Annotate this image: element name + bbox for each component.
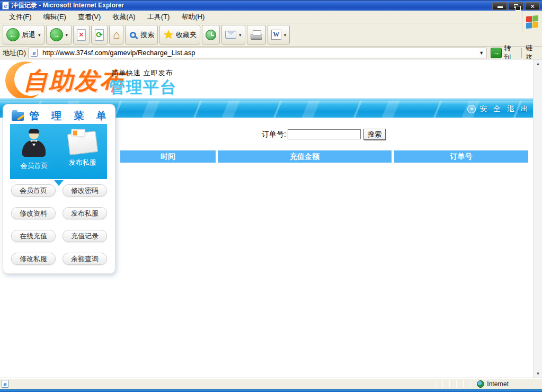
menu-tools[interactable]: 工具(T) [141, 11, 176, 23]
back-icon: ← [6, 28, 20, 41]
sidebar-title: 管 理 菜 单 [3, 104, 115, 123]
address-bar: 地址(D) e http://www.374sf.com/gamevip/Rec… [0, 47, 542, 59]
toolbar: ← 后退 ▾ → ▾ ✕ ⟳ ⌂ 搜索 ★ 收藏夹 ▾ [0, 23, 542, 47]
home-icon: ⌂ [113, 30, 120, 40]
table-header-amount: 充值金额 [218, 150, 392, 163]
browser-window: e 冲值记录 - Microsoft Internet Explorer ✕ 文… [0, 0, 542, 392]
throbber-area [522, 11, 542, 33]
back-dropdown-icon[interactable]: ▾ [38, 32, 41, 38]
sidebar-button-edit-profile[interactable]: 修改资料 [11, 207, 56, 219]
address-dropdown-icon[interactable]: ▼ [477, 48, 486, 58]
status-separator [463, 380, 464, 388]
stop-button[interactable]: ✕ [73, 25, 90, 44]
minimize-icon [497, 6, 503, 8]
favorites-star-icon: ★ [163, 29, 174, 41]
order-number-label: 订单号: [262, 130, 286, 139]
address-combobox[interactable]: e http://www.374sf.com/gamevip/Recharge_… [29, 48, 486, 58]
history-button[interactable] [202, 25, 220, 44]
status-page-icon: e [2, 380, 8, 388]
order-search-row: 订单号: 搜索 [262, 129, 386, 140]
page-icon: e [31, 49, 38, 57]
member-person-icon [22, 129, 46, 157]
title-bar: e 冲值记录 - Microsoft Internet Explorer ✕ [0, 0, 542, 11]
refresh-glyph: ⟳ [96, 30, 103, 40]
home-button[interactable]: ⌂ [109, 25, 123, 44]
brand-subtitle: 管理平台 [109, 77, 177, 99]
sidebar-button-publish-server[interactable]: 发布私服 [63, 207, 107, 219]
close-icon: ✕ [526, 3, 539, 10]
status-separator [470, 380, 470, 388]
table-header-order-number: 订单号 [394, 150, 528, 163]
edit-dropdown-icon[interactable]: ▾ [284, 32, 287, 38]
mail-dropdown-icon[interactable]: ▾ [239, 32, 242, 38]
address-url[interactable]: http://www.374sf.com/gamevip/Recharge_Li… [42, 49, 195, 57]
internet-zone-label: Internet [487, 380, 509, 388]
stop-icon: ✕ [77, 29, 86, 41]
table-header-time: 时间 [120, 150, 216, 163]
forward-icon: → [50, 28, 63, 41]
sidebar-button-recharge-records[interactable]: 充值记录 [63, 230, 107, 242]
favorites-button[interactable]: ★ 收藏夹 [159, 25, 200, 44]
feature-label: 会员首页 [20, 161, 48, 171]
logout-button[interactable]: ✕ 安 全 退 出 [467, 104, 530, 114]
refresh-icon: ⟳ [95, 29, 104, 41]
search-button[interactable]: 搜索 [125, 25, 158, 44]
scroll-down-icon[interactable]: ▼ [534, 369, 542, 378]
go-button[interactable]: → [491, 48, 502, 58]
folder-edit-icon [12, 112, 24, 121]
mail-button[interactable]: ▾ [221, 25, 245, 44]
pointer-down-icon [54, 180, 64, 186]
menu-favorites[interactable]: 收藏(A) [106, 11, 141, 23]
sidebar-feature-box: 会员首页 发布私服 [10, 124, 107, 179]
feature-label: 发布私服 [69, 158, 96, 167]
menu-bar: 文件(F) 编辑(E) 查看(V) 收藏(A) 工具(T) 帮助(H) [0, 11, 542, 23]
internet-zone-icon [477, 380, 484, 388]
status-separator [449, 380, 450, 388]
window-title: 冲值记录 - Microsoft Internet Explorer [12, 1, 124, 10]
mail-icon [225, 31, 236, 39]
address-label: 地址(D) [3, 48, 26, 58]
sidebar-panel: 管 理 菜 单 会员首页 发布私服 会员首页 修改密码 [3, 104, 115, 274]
refresh-button[interactable]: ⟳ [91, 25, 108, 44]
favorites-label: 收藏夹 [176, 30, 197, 40]
print-button[interactable] [247, 25, 266, 44]
close-button[interactable]: ✕ [525, 2, 540, 10]
sidebar-button-online-recharge[interactable]: 在线充值 [11, 230, 56, 242]
logout-x-icon: ✕ [467, 105, 476, 113]
menu-edit[interactable]: 编辑(E) [38, 11, 72, 23]
logout-label: 安 全 退 出 [479, 104, 530, 114]
status-separator [436, 380, 436, 388]
page-content: 自助发布 简单快速 立即发布 管理平台 ✕ 安 全 退 出 管 理 菜 单 会员… [0, 59, 542, 378]
restore-icon [514, 4, 518, 8]
order-number-input[interactable] [288, 129, 361, 139]
edit-word-button[interactable]: W ▾ [268, 25, 290, 44]
menu-file[interactable]: 文件(F) [3, 11, 38, 23]
status-separator [456, 380, 457, 388]
history-icon [206, 30, 216, 40]
back-button[interactable]: ← 后退 ▾ [3, 25, 45, 44]
scroll-up-icon[interactable]: ▲ [534, 59, 542, 68]
forward-dropdown-icon[interactable]: ▾ [66, 32, 68, 38]
address-separator [521, 48, 522, 58]
content-scrollbar[interactable]: ▲ ▼ [533, 59, 542, 378]
menu-help[interactable]: 帮助(H) [175, 11, 210, 23]
stop-x-glyph: ✕ [78, 31, 84, 39]
sidebar-button-change-password[interactable]: 修改密码 [63, 184, 107, 197]
sidebar-title-label: 管 理 菜 单 [29, 109, 111, 123]
restore-button[interactable] [509, 2, 523, 10]
sidebar-button-balance-inquiry[interactable]: 余额查询 [63, 253, 107, 265]
window-bottom-border [0, 389, 542, 392]
feature-member-home[interactable]: 会员首页 [20, 129, 48, 171]
feature-publish-server[interactable]: 发布私服 [68, 129, 97, 167]
print-icon [251, 34, 262, 40]
forward-button[interactable]: → ▾ [46, 25, 72, 44]
minimize-button[interactable] [492, 2, 507, 10]
envelope-icon [67, 131, 98, 155]
sidebar-button-edit-server[interactable]: 修改私服 [11, 253, 56, 265]
back-label: 后退 [22, 30, 35, 40]
search-icon [130, 32, 136, 38]
menu-view[interactable]: 查看(V) [72, 11, 106, 23]
search-submit-button[interactable]: 搜索 [363, 129, 386, 140]
windows-flag-icon [526, 15, 538, 28]
sidebar-button-member-home[interactable]: 会员首页 [11, 184, 56, 197]
